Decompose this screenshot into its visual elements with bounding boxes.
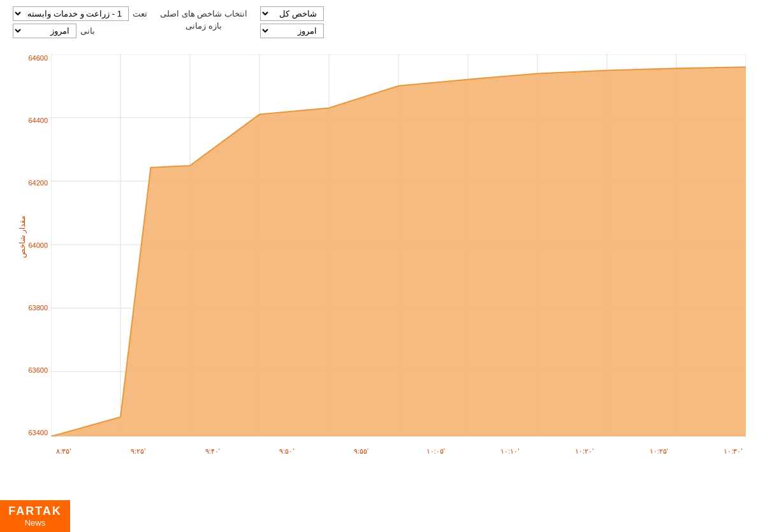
chart-container: مقدار شاخص 64600 64400 64200 64000 63800… — [13, 48, 752, 468]
x-label-5: ۱۰:۰۵' — [423, 447, 448, 456]
chart-fill — [51, 67, 746, 436]
section-label-bani: بانی — [80, 26, 95, 36]
y-label-5: 63600 — [16, 366, 48, 374]
control-group-1: تعت 1 - زراعت و خدمات وابسته بانی امروز — [13, 6, 147, 38]
chart-svg — [51, 54, 746, 436]
x-label-0: ۸:۳۵' — [51, 447, 76, 456]
top-controls: تعت 1 - زراعت و خدمات وابسته بانی امروز … — [0, 0, 765, 41]
fartak-logo-text: FARTAK — [8, 505, 62, 518]
y-label-0: 64600 — [16, 54, 48, 62]
y-label-4: 63800 — [16, 304, 48, 312]
chart-area: 64600 64400 64200 64000 63800 63600 6340… — [51, 54, 746, 436]
y-label-1: 64400 — [16, 117, 48, 124]
section-label-1: تعت — [133, 9, 147, 18]
bazeh-label: بازه زمانی — [186, 21, 222, 31]
y-label-3: 64000 — [16, 241, 48, 249]
y-labels: 64600 64400 64200 64000 63800 63600 6340… — [16, 54, 48, 436]
main-index-label: انتخاب شاخص های اصلی — [160, 9, 247, 18]
index-select-2[interactable]: شاخص کل — [260, 6, 324, 21]
index-select-1[interactable]: 1 - زراعت و خدمات وابسته — [13, 6, 129, 21]
x-label-3: ۹:۵۰' — [274, 447, 300, 456]
time-select-2[interactable]: امروز — [260, 24, 324, 38]
control-group-middle: انتخاب شاخص های اصلی بازه زمانی — [160, 9, 247, 31]
x-label-1: ۹:۲۵' — [126, 447, 151, 456]
x-label-6: ۱۰:۱۰' — [497, 447, 523, 456]
y-label-6: 63400 — [16, 429, 48, 436]
control-group-2: شاخص کل امروز — [260, 6, 324, 38]
news-label: News — [25, 518, 46, 528]
x-label-4: ۹:۵۵' — [349, 447, 374, 456]
x-labels: ۸:۳۵' ۹:۲۵' ۹:۴۰' ۹:۵۰' ۹:۵۵' ۱۰:۰۵' ۱۰:… — [51, 447, 746, 456]
y-label-2: 64200 — [16, 179, 48, 187]
x-label-8: ۱۰:۲۵' — [646, 447, 671, 456]
x-label-2: ۹:۴۰' — [200, 447, 225, 456]
time-select-1[interactable]: امروز — [13, 24, 76, 38]
x-label-7: ۱۰:۲۰' — [572, 447, 597, 456]
x-label-9: ۱۰:۳۰' — [720, 447, 746, 456]
fartak-logo-container: FARTAK News — [0, 500, 70, 532]
